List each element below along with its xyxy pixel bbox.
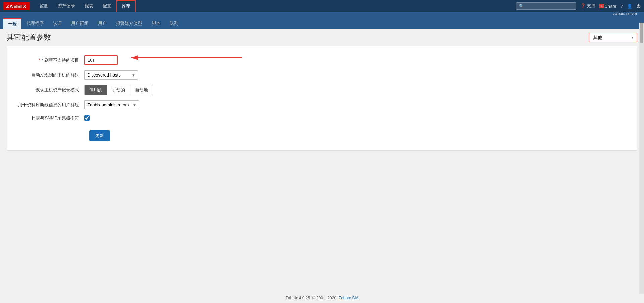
subnav-item-queue[interactable]: 队列 bbox=[165, 18, 183, 29]
nav-item-assets[interactable]: 资产记录 bbox=[53, 0, 80, 12]
inventory-toggle-group: 停用的 手动的 自动地 bbox=[84, 85, 153, 95]
auto-discover-row: 自动发现到的主机的群组 Discovered hosts bbox=[7, 68, 637, 82]
db-disconnect-select[interactable]: Zabbix administrators bbox=[84, 100, 139, 109]
refresh-unsupported-row: * * 刷新不支持的项目 10s bbox=[7, 53, 637, 68]
toggle-manual[interactable]: 手动的 bbox=[107, 85, 130, 95]
scrollbar-track[interactable] bbox=[639, 23, 644, 294]
inventory-mode-label: 默认主机资产记录模式 bbox=[17, 87, 84, 93]
db-disconnect-controls: Zabbix administrators bbox=[84, 100, 139, 109]
user-icon[interactable]: 👤 bbox=[627, 4, 632, 9]
auto-discover-select-container[interactable]: Discovered hosts bbox=[84, 70, 138, 80]
scrollbar-thumb[interactable] bbox=[640, 23, 643, 43]
snmp-mismatch-controls bbox=[84, 115, 90, 121]
auto-discover-controls: Discovered hosts bbox=[84, 70, 138, 80]
nav-item-admin[interactable]: 管理 bbox=[116, 0, 136, 12]
refresh-unsupported-input[interactable]: 10s bbox=[84, 55, 118, 65]
nav-item-monitor[interactable]: 监测 bbox=[35, 0, 53, 12]
update-button-row: 更新 bbox=[7, 124, 637, 144]
search-input[interactable] bbox=[526, 4, 573, 8]
subnav-item-media[interactable]: 报警媒介类型 bbox=[111, 18, 147, 29]
toggle-auto[interactable]: 自动地 bbox=[130, 85, 153, 95]
support-link[interactable]: ❓ 支持 bbox=[580, 3, 596, 9]
logout-icon[interactable]: ⏻ bbox=[636, 4, 641, 9]
help-icon[interactable]: ? bbox=[621, 4, 623, 9]
nav-item-config[interactable]: 配置 bbox=[98, 0, 116, 12]
subnav-item-scripts[interactable]: 脚本 bbox=[147, 18, 165, 29]
snmp-mismatch-label: 日志与SNMP采集器不符 bbox=[17, 115, 84, 121]
snmp-mismatch-checkbox[interactable] bbox=[84, 115, 90, 121]
main-content: * * 刷新不支持的项目 10s 自动发现到的主机的群组 Discovered … bbox=[7, 46, 637, 151]
nav-item-reports[interactable]: 报表 bbox=[80, 0, 98, 12]
refresh-unsupported-controls: 10s bbox=[84, 55, 118, 65]
top-nav-right: 🔍 ❓ 支持 ZShare ? 👤 ⏻ bbox=[516, 2, 641, 10]
top-navigation: ZABBIX 监测 资产记录 报表 配置 管理 🔍 ❓ 支持 ZShare ? … bbox=[0, 0, 644, 12]
subnav-item-users[interactable]: 用户 bbox=[93, 18, 111, 29]
search-icon: 🔍 bbox=[519, 4, 524, 8]
other-select-container[interactable]: GUI HOUSEKEEPER IMAGES 其他 bbox=[589, 33, 637, 42]
username-display: zabbix-server bbox=[613, 11, 637, 16]
subnav-item-proxy[interactable]: 代理程序 bbox=[21, 18, 48, 29]
db-disconnect-select-container[interactable]: Zabbix administrators bbox=[84, 100, 139, 109]
sub-navigation: 一般 代理程序 认证 用户群组 用户 报警媒介类型 脚本 队列 bbox=[0, 18, 644, 29]
db-disconnect-label: 用于资料库断线信息的用户群组 bbox=[17, 102, 84, 108]
auto-discover-label: 自动发现到的主机的群组 bbox=[17, 72, 84, 78]
db-disconnect-row: 用于资料库断线信息的用户群组 Zabbix administrators bbox=[7, 98, 637, 112]
refresh-unsupported-label: * * 刷新不支持的项目 bbox=[17, 57, 84, 63]
footer-text: Zabbix 4.0.25. © 2001–2020, bbox=[285, 296, 337, 300]
footer: Zabbix 4.0.25. © 2001–2020, Zabbix SIA bbox=[0, 293, 644, 303]
page-header: 其它配置参数 GUI HOUSEKEEPER IMAGES 其他 bbox=[0, 29, 644, 46]
update-button[interactable]: 更新 bbox=[89, 130, 110, 141]
subnav-item-auth[interactable]: 认证 bbox=[48, 18, 66, 29]
toggle-disabled[interactable]: 停用的 bbox=[85, 85, 107, 95]
zshare-link[interactable]: ZShare bbox=[599, 4, 616, 9]
subnav-item-usergroups[interactable]: 用户群组 bbox=[66, 18, 93, 29]
page-title: 其它配置参数 bbox=[7, 32, 51, 42]
subnav-item-general[interactable]: 一般 bbox=[3, 18, 21, 29]
top-nav-menu: 监测 资产记录 报表 配置 管理 bbox=[35, 0, 516, 12]
snmp-mismatch-row: 日志与SNMP采集器不符 bbox=[7, 112, 637, 124]
search-box[interactable]: 🔍 bbox=[516, 2, 576, 10]
inventory-mode-controls: 停用的 手动的 自动地 bbox=[84, 85, 153, 95]
inventory-mode-row: 默认主机资产记录模式 停用的 手动的 自动地 bbox=[7, 82, 637, 98]
other-dropdown-wrapper: GUI HOUSEKEEPER IMAGES 其他 bbox=[589, 33, 637, 42]
required-star: * bbox=[39, 58, 40, 63]
logo[interactable]: ZABBIX bbox=[3, 2, 30, 10]
other-select[interactable]: GUI HOUSEKEEPER IMAGES 其他 bbox=[589, 33, 637, 42]
auto-discover-select[interactable]: Discovered hosts bbox=[84, 70, 138, 80]
footer-link[interactable]: Zabbix SIA bbox=[339, 296, 359, 300]
